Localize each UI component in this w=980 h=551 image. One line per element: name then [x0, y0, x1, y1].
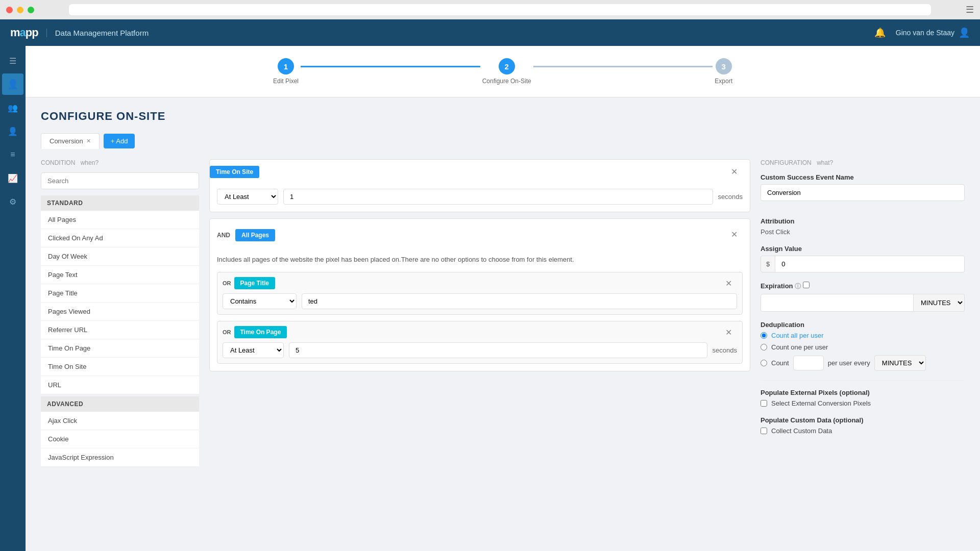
condition-block-2-close[interactable]: ✕	[726, 228, 743, 241]
expiration-row: MINUTES HOURS DAYS	[761, 294, 965, 312]
success-event-input[interactable]	[761, 184, 965, 201]
expiration-value-input[interactable]	[761, 294, 914, 312]
two-col-layout: CONDITION when? Standard All Pages Click…	[41, 159, 965, 467]
currency-symbol: $	[761, 256, 775, 272]
assign-value-label: Assign Value	[761, 245, 965, 253]
sidebar-item-stats[interactable]: 📈	[2, 167, 23, 189]
sidebar-item-menu[interactable]: ☰	[2, 50, 23, 71]
list-item-time-on-site[interactable]: Time On Site	[41, 358, 199, 376]
os-dot-yellow[interactable]	[17, 7, 23, 13]
page-title-operator-select[interactable]: Contains Does Not Contain Equals	[223, 293, 297, 309]
step-2-label: Configure On-Site	[482, 78, 531, 85]
list-item-page-title[interactable]: Page Title	[41, 284, 199, 303]
time-on-page-value-input[interactable]	[289, 342, 707, 358]
populate-custom-label: Populate Custom Data (optional)	[761, 416, 965, 424]
dedup-count-input[interactable]	[793, 356, 824, 370]
sub-block-time-on-page-close[interactable]: ✕	[720, 325, 737, 339]
sub-block-time-on-page-body: At Least At Most Exactly seconds	[217, 342, 742, 363]
sub-block-time-on-page: OR Time On Page ✕ At Least At Most	[217, 321, 743, 364]
expiration-info-icon[interactable]: ⓘ	[795, 283, 801, 290]
tab-conversion-label: Conversion	[50, 137, 83, 145]
populate-custom-section: Populate Custom Data (optional) Collect …	[761, 416, 965, 435]
time-on-page-operator-select[interactable]: At Least At Most Exactly	[223, 342, 284, 358]
list-item-cookie[interactable]: Cookie	[41, 430, 199, 448]
user-info: Gino van de Staay 👤	[896, 27, 970, 38]
per-user-every-label: per user every	[828, 359, 870, 367]
step-3-circle: 3	[716, 58, 732, 74]
list-item-ajax-click[interactable]: Ajax Click	[41, 412, 199, 430]
step-3-label: Export	[715, 78, 732, 85]
sub-block-page-title-tag-row: OR Page Title	[223, 277, 275, 289]
app-header: mapp Data Management Platform 🔔 Gino van…	[0, 19, 980, 46]
condition-block-1-close[interactable]: ✕	[726, 165, 743, 179]
page-title-value-input[interactable]	[302, 293, 737, 309]
sidebar-item-list[interactable]: ≡	[2, 144, 23, 165]
select-external-checkbox[interactable]	[761, 400, 767, 407]
tag-all-pages: All Pages	[235, 229, 275, 241]
condition-block-time-on-site: Time On Site ✕ At Least At Most Exactly	[209, 159, 750, 212]
sidebar-item-users[interactable]: 👥	[2, 97, 23, 118]
dedup-count-radio[interactable]	[761, 360, 767, 366]
sidebar-item-profile[interactable]: 👤	[2, 120, 23, 142]
search-input[interactable]	[41, 172, 199, 189]
add-tab-button[interactable]: + Add	[104, 134, 135, 148]
or-connector-1: OR	[223, 280, 232, 286]
condition-block-1-body: At Least At Most Exactly seconds	[210, 184, 750, 212]
sub-block-page-title: OR Page Title ✕ Contains Does Not Contai…	[217, 272, 743, 315]
dedup-minutes-select[interactable]: MINUTES HOURS DAYS	[874, 355, 926, 371]
attribution-section: Attribution Post Click	[761, 217, 965, 236]
collect-custom-checkbox[interactable]	[761, 428, 767, 434]
sidebar-item-settings[interactable]: ⚙	[2, 191, 23, 212]
sub-block-time-on-page-header: OR Time On Page ✕	[217, 321, 742, 342]
assign-value-section: Assign Value $	[761, 245, 965, 272]
sidebar-item-user[interactable]: 👤	[2, 73, 23, 95]
list-item-day-of-week[interactable]: Day Of Week	[41, 247, 199, 266]
list-item-page-text[interactable]: Page Text	[41, 266, 199, 284]
all-pages-message: Includes all pages of the website the pi…	[210, 249, 750, 272]
list-item-url[interactable]: URL	[41, 376, 199, 394]
step-2: 2 Configure On-Site	[482, 58, 531, 85]
list-item-time-on-page[interactable]: Time On Page	[41, 339, 199, 358]
os-menu-icon[interactable]: ☰	[966, 4, 974, 15]
conditions-panel: CONDITION when? Standard All Pages Click…	[41, 159, 199, 467]
success-event-label: Custom Success Event Name	[761, 173, 965, 181]
time-on-site-operator-select[interactable]: At Least At Most Exactly	[217, 189, 278, 205]
tab-conversion[interactable]: Conversion ✕	[41, 133, 100, 149]
step-1-label: Edit Pixel	[273, 78, 299, 85]
attribution-label: Attribution	[761, 217, 965, 225]
page-title: CONFIGURE ON-SITE	[41, 110, 965, 123]
main-content: 1 Edit Pixel 2 Configure On-Site 3 Expor…	[26, 46, 980, 551]
tab-conversion-close[interactable]: ✕	[86, 138, 91, 144]
time-on-site-value-input[interactable]	[283, 189, 713, 205]
address-bar[interactable]	[69, 4, 931, 15]
assign-value-input-group: $	[761, 256, 965, 272]
bell-icon[interactable]: 🔔	[874, 27, 886, 38]
sub-block-page-title-close[interactable]: ✕	[720, 277, 737, 290]
app-title: Data Management Platform	[46, 29, 149, 37]
select-external-label: Select External Conversion Pixels	[771, 399, 871, 407]
step-3: 3 Export	[715, 58, 732, 85]
dedup-count-row: Count per user every MINUTES HOURS DAYS	[761, 355, 965, 371]
list-item-referrer-url[interactable]: Referrer URL	[41, 321, 199, 339]
list-item-pages-viewed[interactable]: Pages Viewed	[41, 303, 199, 321]
dedup-count-label: Count	[771, 359, 789, 367]
expiration-unit-select[interactable]: MINUTES HOURS DAYS	[914, 294, 965, 312]
dedup-count-all-label: Count all per user	[771, 332, 824, 339]
expiration-section: Expiration ⓘ MINUTES HOURS DAYS	[761, 282, 965, 312]
list-item-all-pages[interactable]: All Pages	[41, 211, 199, 229]
condition-panel-label: CONDITION when?	[41, 159, 199, 166]
assign-value-input[interactable]	[775, 256, 965, 272]
dedup-count-all-radio[interactable]	[761, 332, 767, 339]
sub-block-time-on-page-row: At Least At Most Exactly seconds	[223, 342, 737, 358]
list-item-javascript-expression[interactable]: JavaScript Expression	[41, 448, 199, 467]
condition-block-1-row: At Least At Most Exactly seconds	[217, 189, 743, 205]
os-dot-red[interactable]	[6, 7, 13, 13]
advanced-group-label: Advanced	[41, 396, 199, 412]
dedup-count-one-radio[interactable]	[761, 344, 767, 350]
select-external-row: Select External Conversion Pixels	[761, 399, 965, 407]
list-item-clicked-on-any-ad[interactable]: Clicked On Any Ad	[41, 229, 199, 247]
deduplication-section: Deduplication Count all per user Count o…	[761, 321, 965, 371]
os-dot-green[interactable]	[28, 7, 34, 13]
step-1: 1 Edit Pixel	[273, 58, 299, 85]
expiration-checkbox[interactable]	[803, 282, 810, 288]
